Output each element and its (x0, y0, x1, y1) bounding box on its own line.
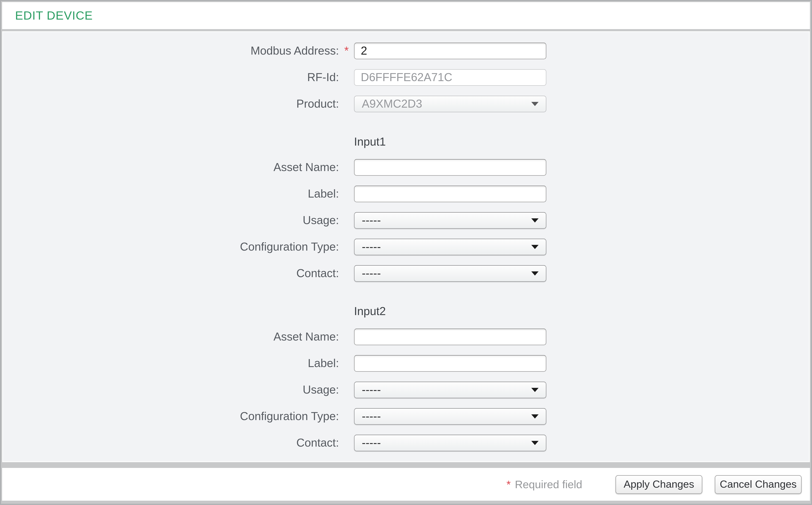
input1-configuration-type-selected-value: ----- (362, 240, 381, 254)
input1-asset-name-label: Asset Name: (2, 161, 339, 174)
input1-contact-select[interactable]: ----- (354, 265, 546, 282)
form-row-input1-usage: Usage:----- (2, 212, 810, 229)
modbus-address-input[interactable] (354, 43, 546, 59)
input2-usage-selected-value: ----- (362, 383, 381, 397)
chevron-down-icon (531, 218, 539, 222)
footer-bar: * Required field Apply Changes Cancel Ch… (2, 468, 810, 501)
input2-label-label: Label: (2, 357, 339, 370)
form-row-input1-contact: Contact:----- (2, 265, 810, 282)
form-row-input2-usage: Usage:----- (2, 382, 810, 398)
input1-usage-select[interactable]: ----- (354, 212, 546, 229)
form-row-product: Product:A9XMC2D3 (2, 96, 810, 112)
form-row-rf-id: RF-Id: (2, 69, 810, 86)
input2-configuration-type-select[interactable]: ----- (354, 408, 546, 425)
chevron-down-icon (531, 272, 539, 276)
input2-asset-name-input[interactable] (354, 329, 546, 345)
required-asterisk: * (506, 478, 511, 491)
chevron-down-icon (531, 102, 539, 106)
input1-configuration-type-select[interactable]: ----- (354, 238, 546, 255)
input2-configuration-type-selected-value: ----- (362, 410, 381, 423)
input2-usage-label: Usage: (2, 383, 339, 397)
cancel-changes-button[interactable]: Cancel Changes (715, 475, 802, 494)
input1-contact-selected-value: ----- (362, 267, 381, 280)
rf-id-input (354, 69, 546, 86)
form-panel: Modbus Address:*RF-Id:Product:A9XMC2D3In… (2, 31, 810, 462)
page-header: EDIT DEVICE (2, 2, 810, 29)
form-row-input1-asset-name: Asset Name: (2, 159, 810, 176)
input2-configuration-type-label: Configuration Type: (2, 410, 339, 423)
chevron-down-icon (531, 388, 539, 392)
form-row-input1-configuration-type: Configuration Type:----- (2, 238, 810, 255)
input2-contact-label: Contact: (2, 436, 339, 450)
section-title-input1: Input1 (354, 135, 810, 149)
input1-configuration-type-label: Configuration Type: (2, 240, 339, 254)
required-asterisk: * (344, 44, 349, 57)
input2-label-input[interactable] (354, 355, 546, 372)
chevron-down-icon (531, 414, 539, 418)
required-marker-slot: * (339, 43, 354, 59)
product-selected-value: A9XMC2D3 (362, 97, 422, 111)
input2-contact-selected-value: ----- (362, 436, 381, 450)
form-row-input2-asset-name: Asset Name: (2, 329, 810, 345)
input2-asset-name-label: Asset Name: (2, 330, 339, 344)
input1-label-label: Label: (2, 187, 339, 201)
required-field-note: * Required field (506, 478, 582, 491)
required-field-text: Required field (515, 478, 582, 491)
form-row-input2-configuration-type: Configuration Type:----- (2, 408, 810, 425)
product-label: Product: (2, 97, 339, 111)
form-row-input2-label: Label: (2, 355, 810, 372)
edit-device-window: EDIT DEVICE Modbus Address:*RF-Id:Produc… (0, 0, 812, 505)
modbus-address-label: Modbus Address: (2, 44, 339, 58)
page-scale-wrapper: EDIT DEVICE Modbus Address:*RF-Id:Produc… (0, 0, 812, 505)
rf-id-label: RF-Id: (2, 71, 339, 84)
input1-usage-selected-value: ----- (362, 214, 381, 227)
apply-changes-button[interactable]: Apply Changes (615, 475, 702, 494)
input2-contact-select[interactable]: ----- (354, 435, 546, 451)
form-row-input1-label: Label: (2, 186, 810, 202)
edit-device-form: Modbus Address:*RF-Id:Product:A9XMC2D3In… (2, 31, 810, 451)
input1-asset-name-input[interactable] (354, 159, 546, 176)
input1-usage-label: Usage: (2, 214, 339, 227)
form-row-modbus-address: Modbus Address:* (2, 43, 810, 59)
input1-label-input[interactable] (354, 186, 546, 202)
page-title: EDIT DEVICE (15, 9, 93, 23)
input2-usage-select[interactable]: ----- (354, 382, 546, 398)
chevron-down-icon (531, 441, 539, 445)
input1-contact-label: Contact: (2, 267, 339, 280)
form-row-input2-contact: Contact:----- (2, 435, 810, 451)
product-select: A9XMC2D3 (354, 96, 546, 112)
chevron-down-icon (531, 245, 539, 249)
section-title-input2: Input2 (354, 305, 810, 318)
